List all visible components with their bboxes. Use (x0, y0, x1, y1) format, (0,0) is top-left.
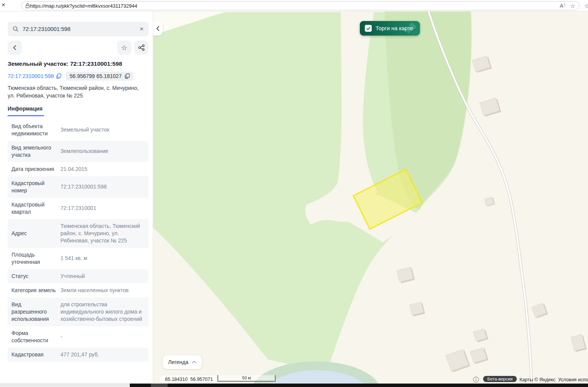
back-button[interactable] (8, 41, 22, 55)
parcel-info-panel: × ☆ Земельный участок: 72:17:2310001:598… (0, 11, 153, 384)
chevron-left-icon (156, 26, 160, 31)
row-value: 21.04.2015 (60, 166, 145, 173)
legend-button[interactable]: Легенда (163, 355, 202, 369)
scrollbar-track[interactable] (0, 384, 130, 387)
lock-icon (25, 3, 30, 8)
table-row: Статус Учтенный (8, 269, 149, 283)
star-icon: ☆ (121, 44, 127, 52)
share-icon (138, 44, 145, 51)
row-value: Тюменская область, Тюменский район, с. М… (60, 223, 145, 244)
row-label: Адрес (11, 230, 57, 237)
cadastral-number-link[interactable]: 72:17:2310001:598 (8, 73, 61, 79)
favorites-star-icon[interactable]: ☆ (584, 2, 588, 10)
row-value: для строительства индивидуального жилого… (60, 301, 145, 323)
table-row: Вид объекта недвижимости Земельный участ… (8, 119, 149, 141)
table-row: Категория земель Земли населенных пункто… (8, 283, 149, 298)
gavel-icon (403, 22, 419, 35)
info-table: Вид объекта недвижимости Земельный участ… (8, 119, 149, 384)
scale-label: 50 м (242, 376, 251, 380)
bottom-edge-strip (0, 384, 588, 387)
search-box[interactable]: × (8, 22, 149, 36)
address-bar[interactable]: A) ☆ (21, 1, 580, 10)
row-label: Статус (11, 273, 57, 280)
row-label: Вид земельного участка (11, 144, 57, 159)
map-tiles[interactable] (153, 11, 588, 384)
terms-link[interactable]: Условия использования (558, 377, 588, 382)
auctions-on-map-button[interactable]: Торги на карте (360, 21, 420, 36)
panel-collapse-button[interactable] (153, 21, 163, 36)
map-canvas[interactable]: Торги на карте Легенда 65.184310 56.9570… (153, 11, 588, 384)
favorite-button[interactable]: ☆ (117, 41, 131, 55)
search-input[interactable] (23, 26, 140, 32)
row-label: Кадастровая (11, 351, 57, 358)
coordinates-badge: 56.956799 65.181027 (66, 72, 134, 81)
legend-label: Легенда (168, 359, 188, 365)
table-row: Кадастровая 477 201,47 руб. (8, 348, 149, 362)
map-scale-bar: 50 м (217, 375, 276, 382)
url-input[interactable] (30, 3, 554, 9)
copy-icon[interactable] (56, 73, 61, 79)
pointer-coordinates: 65.184310 56.957071 (160, 376, 218, 383)
parcel-address: Тюменская область, Тюменский район, с. М… (8, 84, 145, 100)
table-row: Площадь уточненная 1 541 кв. м (8, 248, 149, 269)
chevron-up-icon (192, 361, 196, 364)
table-row: Форма собственности - (8, 326, 149, 348)
table-row: Вид разрешенного использования для строи… (8, 298, 149, 326)
row-value: 72:17:2310001:598 (60, 183, 145, 190)
info-icon[interactable]: i (473, 377, 479, 382)
bookmark-star-icon[interactable]: ☆ (570, 2, 575, 10)
table-row: Вид земельного участка Землепользование (8, 141, 149, 162)
map-copyright[interactable]: Карты © Яндекс (519, 377, 555, 382)
clear-search-icon[interactable]: × (140, 25, 144, 33)
beta-badge: Бета-версия (483, 376, 517, 382)
check-icon (366, 27, 371, 30)
row-label: Дата присвоения (11, 166, 57, 173)
row-value: Учтенный (60, 273, 145, 280)
browser-bar: × A) ☆ ☆ (0, 0, 588, 11)
chevron-left-icon (13, 45, 16, 50)
scrollbar-thumb[interactable] (151, 384, 168, 387)
panel-actions: ☆ (8, 41, 149, 55)
row-value: - (60, 333, 145, 340)
identifier-row: 72:17:2310001:598 56.956799 65.181027 (8, 72, 145, 81)
row-label: Площадь уточненная (11, 251, 57, 266)
page-title: Земельный участок: 72:17:2310001:598 (8, 60, 145, 67)
row-label: Вид объекта недвижимости (11, 123, 57, 137)
row-value: Земельный участок (60, 126, 145, 133)
close-icon[interactable]: × (2, 1, 5, 9)
taskbar-strip (130, 384, 588, 387)
row-label: Вид разрешенного использования (11, 301, 57, 323)
row-value: Земли населенных пунктов (60, 287, 145, 294)
copy-icon[interactable] (125, 73, 130, 79)
row-label: Форма собственности (11, 330, 57, 344)
table-row: Дата присвоения 21.04.2015 (8, 162, 149, 176)
share-button[interactable] (134, 41, 149, 55)
checkbox-checked[interactable] (365, 25, 372, 32)
tab-information[interactable]: Информация (8, 106, 44, 116)
row-value: Землепользование (60, 148, 145, 155)
row-label: Кадастровый квартал (11, 201, 57, 216)
search-icon (13, 26, 19, 32)
row-label: Кадастровый номер (11, 180, 57, 194)
row-label: Категория земель (11, 287, 57, 294)
table-row: Кадастровый номер 72:17:2310001:598 (8, 176, 149, 198)
read-aloud-icon[interactable]: A) (560, 3, 564, 9)
table-row: Кадастровый квартал 72:17:2310001 (8, 198, 149, 219)
table-row: Адрес Тюменская область, Тюменский район… (8, 219, 149, 248)
row-value: 72:17:2310001 (60, 205, 145, 212)
row-value: 477 201,47 руб. (60, 351, 145, 358)
row-value: 1 541 кв. м (60, 255, 145, 262)
